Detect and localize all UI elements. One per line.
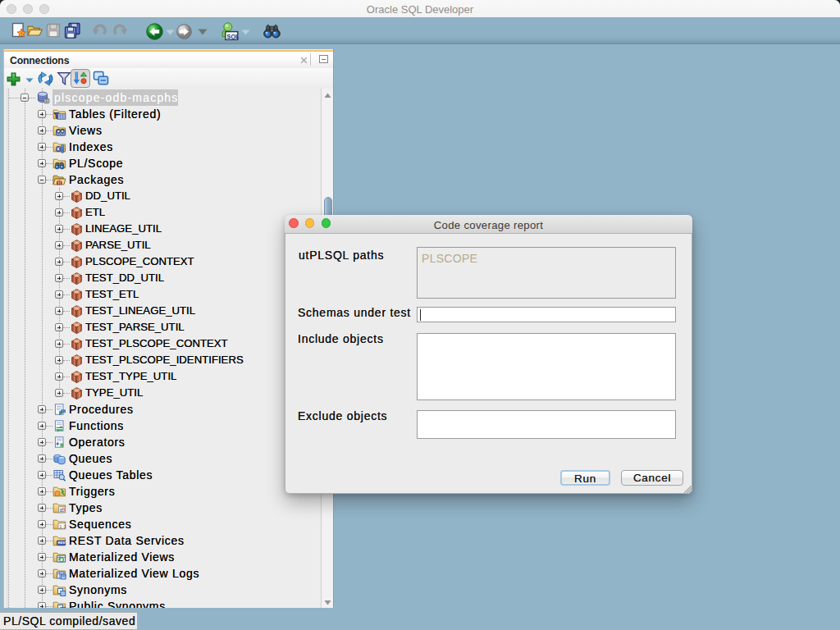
svg-text:REST: REST <box>57 541 66 545</box>
svg-text:SQL: SQL <box>227 33 239 40</box>
svg-text:9: 9 <box>62 506 66 512</box>
svg-text:1 3: 1 3 <box>59 523 66 528</box>
